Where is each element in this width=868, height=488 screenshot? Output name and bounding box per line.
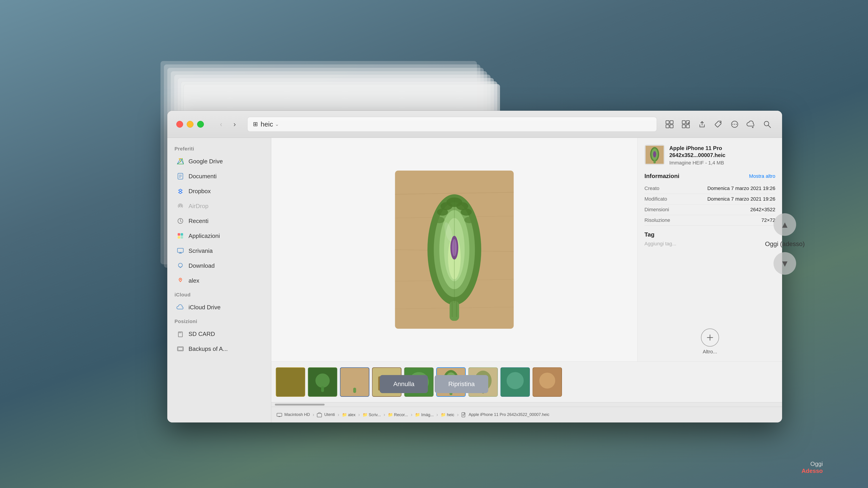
svg-point-59 — [434, 217, 445, 223]
scroll-thumb[interactable] — [275, 404, 324, 405]
cloud-icon[interactable] — [745, 119, 757, 130]
sidebar-item-backups[interactable]: Backups of A... — [169, 341, 269, 356]
mostra-altro-link[interactable]: Mostra altro — [749, 173, 775, 179]
info-value-creato: Domenica 7 marzo 2021 19:26 — [694, 186, 775, 191]
sort-icon[interactable] — [680, 119, 692, 130]
sidebar-item-download[interactable]: Download — [169, 258, 269, 273]
svg-rect-28 — [178, 236, 180, 238]
breadcrumb-file[interactable]: Apple iPhone 11 Pro 2642x3522_00007.heic — [461, 412, 549, 417]
svg-point-11 — [733, 124, 733, 125]
sidebar-label-documenti: Documenti — [188, 173, 217, 180]
scrivania-icon — [176, 247, 184, 255]
breadcrumb-recor[interactable]: 📁 Recor... — [388, 412, 408, 417]
tag-add-placeholder[interactable]: Aggiungi tag... — [645, 241, 775, 247]
altro-icon-btn[interactable] — [701, 328, 719, 347]
svg-rect-70 — [653, 160, 656, 163]
thumbnail-8[interactable] — [532, 367, 562, 397]
backups-icon — [176, 345, 184, 353]
tag-icon[interactable] — [712, 119, 724, 130]
svg-rect-4 — [682, 121, 685, 124]
info-label-modificato: Modificato — [645, 196, 694, 202]
artichoke-preview — [389, 170, 520, 329]
right-panel-date-label: Oggi (adesso) — [765, 240, 805, 248]
sidebar-item-icloud-drive[interactable]: iCloud Drive — [169, 300, 269, 315]
icloud-drive-icon — [176, 303, 184, 311]
download-icon — [176, 262, 184, 270]
breadcrumb-utenti[interactable]: Utenti — [317, 412, 335, 417]
minimize-button[interactable] — [187, 121, 193, 128]
svg-rect-30 — [178, 248, 183, 252]
forward-button[interactable]: › — [229, 119, 241, 130]
sep-5: › — [411, 412, 412, 418]
breadcrumb-macintosh[interactable]: Macintosh HD — [277, 412, 310, 417]
scroll-indicator — [271, 402, 782, 407]
br-adesso: Adesso — [802, 467, 823, 475]
breadcrumb-heic[interactable]: 📁 heic — [441, 412, 454, 417]
file-header: Apple iPhone 11 Pro 2642x352...00007.hei… — [645, 144, 775, 166]
svg-point-58 — [461, 208, 472, 216]
svg-rect-1 — [670, 121, 673, 124]
maximize-button[interactable] — [197, 121, 204, 128]
sep-3: › — [358, 412, 360, 418]
location-chevron: ⌄ — [275, 121, 279, 127]
buttons-area: Annulla Ripristina — [380, 375, 488, 393]
location-bar: ⊞ heic ⌄ — [247, 117, 657, 132]
breadcrumb-imag[interactable]: 📁 Imág... — [415, 412, 434, 417]
thumbnail-7[interactable] — [500, 367, 530, 397]
location-icon: ⊞ — [253, 121, 258, 128]
svg-point-13 — [736, 124, 737, 125]
search-icon[interactable] — [761, 119, 773, 130]
info-value-risoluzione: 72×72 — [694, 217, 775, 223]
restore-button[interactable]: Ripristina — [435, 375, 488, 393]
file-title-line1: Apple iPhone 11 Pro — [669, 144, 725, 152]
svg-point-97 — [539, 372, 555, 389]
back-button[interactable]: ‹ — [215, 119, 227, 130]
breadcrumb-alex[interactable]: 📁 alex — [342, 412, 355, 417]
sidebar-label-sd-card: SD CARD — [188, 330, 215, 337]
thumbnail-1[interactable] — [308, 367, 337, 397]
sidebar: Preferiti Google Drive — [167, 138, 271, 422]
svg-rect-27 — [181, 233, 183, 236]
sidebar-item-documenti[interactable]: Documenti — [169, 169, 269, 184]
sep-4: › — [383, 412, 385, 418]
right-panel: ▲ Oggi (adesso) ▼ — [765, 213, 805, 275]
sidebar-label-recenti: Recenti — [188, 218, 209, 225]
share-icon[interactable] — [696, 119, 708, 130]
svg-rect-61 — [450, 301, 459, 321]
sidebar-item-recenti[interactable]: Recenti — [169, 214, 269, 228]
down-nav-button[interactable]: ▼ — [774, 252, 796, 275]
sidebar-item-scrivania[interactable]: Scrivania — [169, 243, 269, 258]
bottom-right-info: Oggi Adesso — [802, 460, 823, 475]
thumbnail-2[interactable] — [340, 367, 369, 397]
svg-rect-40 — [178, 348, 183, 350]
altro-section: Altro... — [645, 322, 775, 355]
sidebar-item-alex[interactable]: alex — [169, 273, 269, 288]
info-panel: Apple iPhone 11 Pro 2642x352...00007.hei… — [638, 138, 782, 361]
nav-buttons: ‹ › — [215, 119, 241, 130]
breadcrumb-scriv[interactable]: 📁 Scriv... — [363, 412, 381, 417]
sidebar-label-alex: alex — [188, 277, 199, 284]
file-info-text: Apple iPhone 11 Pro 2642x352...00007.hei… — [669, 144, 725, 166]
cancel-button[interactable]: Annulla — [380, 375, 428, 393]
sidebar-item-dropbox[interactable]: Dropbox — [169, 184, 269, 198]
breadcrumb-bar: Macintosh HD › Utenti › 📁 alex › 📁 Scriv… — [271, 407, 782, 422]
applicazioni-icon — [176, 232, 184, 240]
more-icon[interactable] — [729, 119, 741, 130]
info-row-creato: Creato Domenica 7 marzo 2021 19:26 — [645, 183, 775, 194]
sep-6: › — [436, 412, 438, 418]
up-nav-button[interactable]: ▲ — [774, 213, 796, 236]
info-row-risoluzione: Risoluzione 72×72 — [645, 215, 775, 226]
sidebar-section-icloud: iCloud — [167, 288, 271, 300]
br-oggi: Oggi — [802, 460, 823, 467]
sidebar-item-google-drive[interactable]: Google Drive — [169, 154, 269, 168]
view-icon[interactable] — [664, 119, 675, 130]
traffic-lights — [176, 121, 204, 128]
thumbnail-0[interactable] — [276, 367, 305, 397]
file-area: Apple iPhone 11 Pro 2642x352...00007.hei… — [271, 138, 782, 422]
sidebar-item-applicazioni[interactable]: Applicazioni — [169, 229, 269, 243]
close-button[interactable] — [176, 121, 183, 128]
sidebar-label-google-drive: Google Drive — [188, 158, 223, 165]
sidebar-label-airdrop: AirDrop — [188, 203, 209, 210]
sidebar-item-sd-card[interactable]: SD CARD — [169, 327, 269, 341]
info-label-creato: Creato — [645, 186, 694, 191]
